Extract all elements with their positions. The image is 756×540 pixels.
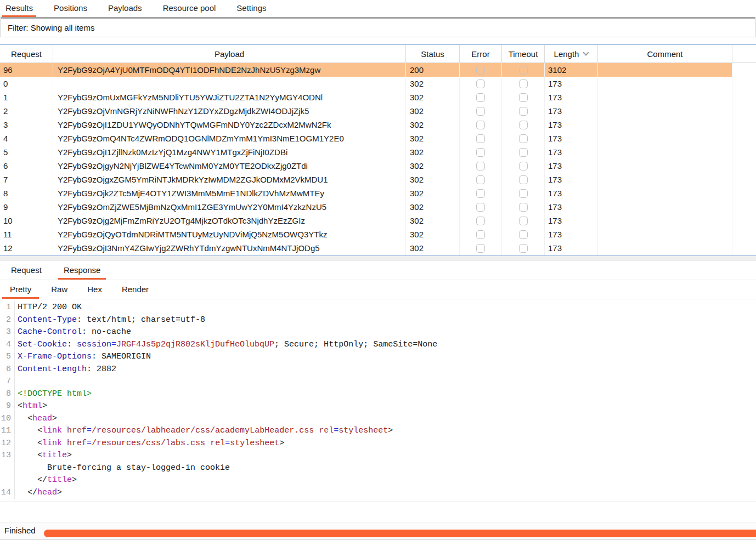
- timeout-checkbox[interactable]: [519, 107, 528, 116]
- tab-hex[interactable]: Hex: [80, 282, 110, 299]
- line-number: [0, 462, 15, 475]
- results-table-body: 96Y2FybG9zOjA4YjU0MTFmODQ4YTI1ODFhNDE2Nz…: [0, 63, 756, 256]
- timeout-checkbox[interactable]: [519, 244, 528, 253]
- column-header-comment[interactable]: Comment: [598, 45, 732, 62]
- table-row[interactable]: 7Y2FybG9zOjgxZGM5YmRiNTJkMDRkYzIwMDM2ZGJ…: [0, 173, 756, 186]
- line-number: 11: [0, 425, 15, 437]
- error-checkbox[interactable]: [476, 66, 485, 75]
- tab-positions[interactable]: Positions: [50, 1, 91, 17]
- line-content: Content-Length: 2882: [15, 363, 116, 376]
- attack-progress-bar: [44, 530, 756, 537]
- timeout-checkbox[interactable]: [519, 203, 528, 212]
- editor-line: 11 <link href=/resources/labheader/css/a…: [0, 425, 756, 437]
- table-row[interactable]: 12Y2FybG9zOjI3NmY4ZGIwYjg2ZWRhYTdmYzgwNT…: [0, 241, 756, 255]
- table-row[interactable]: 1Y2FybG9zOmUxMGFkYzM5NDliYTU5YWJiZTU2ZTA…: [0, 90, 756, 104]
- line-content: [15, 376, 18, 388]
- line-content: X-Frame-Options: SAMEORIGIN: [15, 351, 151, 363]
- timeout-checkbox[interactable]: [519, 230, 528, 239]
- error-checkbox[interactable]: [476, 217, 485, 225]
- timeout-checkbox[interactable]: [519, 189, 528, 198]
- column-header-payload[interactable]: Payload: [53, 45, 406, 62]
- error-checkbox[interactable]: [476, 79, 485, 88]
- table-row[interactable]: 9Y2FybG9zOmZjZWE5MjBmNzQxMmI1ZGE3YmUwY2Y…: [0, 200, 756, 214]
- results-table: RequestPayloadStatusErrorTimeoutLengthCo…: [0, 44, 756, 256]
- tab-settings[interactable]: Settings: [233, 1, 269, 17]
- table-row[interactable]: 0302173: [0, 77, 756, 90]
- error-checkbox[interactable]: [476, 162, 485, 170]
- table-row[interactable]: 2Y2FybG9zOjVmNGRjYzNiNWFhNzY1ZDYxZDgzMjd…: [0, 104, 756, 118]
- line-number: 6: [0, 363, 15, 376]
- column-header-request[interactable]: Request: [0, 45, 53, 62]
- column-header-timeout[interactable]: Timeout: [502, 45, 545, 62]
- editor-line: </title>: [0, 474, 756, 487]
- editor-line: 13 <title>: [0, 450, 756, 462]
- line-content: </head>: [15, 487, 62, 499]
- tab-raw[interactable]: Raw: [43, 282, 75, 299]
- line-number: 14: [0, 487, 15, 499]
- line-number: 1: [0, 302, 15, 314]
- error-checkbox[interactable]: [476, 203, 485, 212]
- line-number: 13: [0, 450, 15, 462]
- table-row[interactable]: 5Y2FybG9zOjI1ZjllNzk0MzIzYjQ1Mzg4NWY1MTg…: [0, 145, 756, 159]
- tab-render[interactable]: Render: [114, 282, 156, 299]
- tab-response[interactable]: Response: [58, 263, 106, 280]
- table-row[interactable]: 8Y2FybG9zOjk2ZTc5MjE4OTY1ZWI3MmM5MmE1NDl…: [0, 186, 756, 200]
- editor-line: 12 <link href=/resources/css/labs.css re…: [0, 437, 756, 450]
- line-content: </title>: [15, 474, 77, 487]
- top-tab-bar: ResultsPositionsPayloadsResource poolSet…: [0, 0, 756, 17]
- error-checkbox[interactable]: [476, 148, 485, 157]
- panel-splitter[interactable]: [0, 256, 756, 261]
- burp-intruder-attack-window: ResultsPositionsPayloadsResource poolSet…: [0, 0, 756, 540]
- line-number: [0, 474, 15, 487]
- attack-progress-fill: [44, 530, 756, 537]
- timeout-checkbox[interactable]: [519, 79, 528, 88]
- table-row[interactable]: 11Y2FybG9zOjQyOTdmNDRiMTM5NTUyMzUyNDViMj…: [0, 228, 756, 241]
- tab-payloads[interactable]: Payloads: [105, 1, 145, 17]
- tab-pretty[interactable]: Pretty: [2, 282, 39, 299]
- attack-status-label: Finished: [4, 526, 36, 535]
- error-checkbox[interactable]: [476, 230, 485, 239]
- editor-line: 3Cache-Control: no-cache: [0, 326, 756, 339]
- table-row[interactable]: 6Y2FybG9zOjgyN2NjYjBlZWE4YTcwNmM0YzM0YTE…: [0, 159, 756, 173]
- timeout-checkbox[interactable]: [519, 217, 528, 225]
- column-header-error[interactable]: Error: [460, 45, 502, 62]
- timeout-checkbox[interactable]: [519, 134, 528, 143]
- error-checkbox[interactable]: [476, 121, 485, 129]
- timeout-checkbox[interactable]: [519, 175, 528, 184]
- timeout-checkbox[interactable]: [519, 162, 528, 170]
- timeout-checkbox[interactable]: [519, 93, 528, 102]
- editor-line: 4Set-Cookie: session=JRGF4Js5p2qjR802sKl…: [0, 339, 756, 351]
- timeout-checkbox[interactable]: [519, 121, 528, 129]
- line-content: HTTP/2 200 OK: [15, 302, 82, 314]
- line-number: 2: [0, 314, 15, 327]
- table-row[interactable]: 10Y2FybG9zOjg2MjFmZmRiYzU2OTg4MjkzOTdkOT…: [0, 214, 756, 228]
- filter-bar[interactable]: Filter: Showing all items: [1, 17, 755, 37]
- column-header-length[interactable]: Length: [545, 45, 598, 62]
- timeout-checkbox[interactable]: [519, 66, 528, 75]
- error-checkbox[interactable]: [476, 244, 485, 253]
- line-number: 9: [0, 400, 15, 413]
- editor-line: 5X-Frame-Options: SAMEORIGIN: [0, 351, 756, 363]
- tab-resource-pool[interactable]: Resource pool: [160, 1, 219, 17]
- table-row[interactable]: 96Y2FybG9zOjA4YjU0MTFmODQ4YTI1ODFhNDE2Nz…: [0, 63, 756, 77]
- error-checkbox[interactable]: [476, 134, 485, 143]
- timeout-checkbox[interactable]: [519, 148, 528, 157]
- editor-line: 8<!DOCTYPE html>: [0, 388, 756, 401]
- error-checkbox[interactable]: [476, 189, 485, 198]
- error-checkbox[interactable]: [476, 93, 485, 102]
- editor-line: 14 </head>: [0, 487, 756, 499]
- tab-results[interactable]: Results: [2, 1, 36, 17]
- line-content: <link href=/resources/labheader/css/acad…: [15, 425, 393, 437]
- error-checkbox[interactable]: [476, 107, 485, 116]
- table-row[interactable]: 4Y2FybG9zOmQ4NTc4ZWRmODQ1OGNlMDZmYmM1YmI…: [0, 132, 756, 145]
- response-editor[interactable]: 1HTTP/2 200 OK2Content-Type: text/html; …: [0, 299, 756, 502]
- line-content: <title>: [15, 450, 72, 462]
- message-tab-bar: RequestResponse: [0, 261, 756, 280]
- error-checkbox[interactable]: [476, 175, 485, 184]
- view-tab-bar: PrettyRawHexRender: [0, 280, 756, 299]
- line-number: 12: [0, 437, 15, 450]
- line-number: 3: [0, 326, 15, 339]
- column-header-status[interactable]: Status: [406, 45, 460, 62]
- tab-request[interactable]: Request: [5, 263, 47, 280]
- table-row[interactable]: 3Y2FybG9zOjI1ZDU1YWQyODNhYTQwMGFmNDY0Yzc…: [0, 118, 756, 132]
